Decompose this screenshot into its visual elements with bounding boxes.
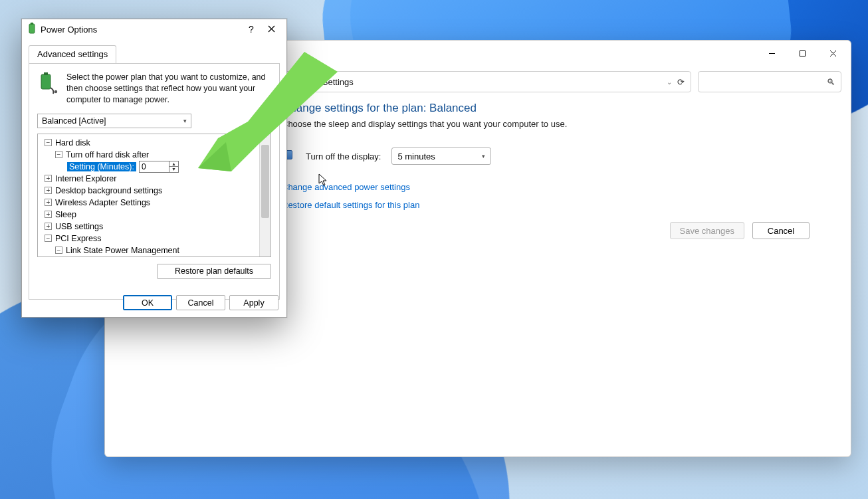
display-timeout-row: Turn off the display: 5 minutes ▾ [282,148,816,165]
tree-scrollbar[interactable] [259,134,271,256]
tree-node-usb-settings[interactable]: +USB settings [41,221,257,233]
tree-node-pci-express[interactable]: −PCI Express [41,233,257,245]
power-plug-icon [37,72,60,94]
battery-icon [27,23,37,37]
ok-button[interactable]: OK [123,295,172,310]
help-button[interactable]: ? [243,24,260,35]
restore-plan-defaults-button[interactable]: Restore plan defaults [157,264,271,279]
tab-panel: Select the power plan that you want to c… [29,63,280,300]
advanced-power-settings-link[interactable]: Change advanced power settings [282,182,816,192]
setting-label-selected: Setting (Minutes): [67,162,136,171]
dialog-title: Power Options [41,25,97,35]
tree-setting-minutes[interactable]: Setting (Minutes): ▲▼ [41,161,257,173]
spinner-down-icon[interactable]: ▼ [169,167,178,172]
svg-rect-1 [800,50,805,56]
expand-icon[interactable]: + [45,211,52,218]
tree-node-wireless-adapter[interactable]: +Wireless Adapter Settings [41,197,257,209]
maximize-button[interactable] [787,43,817,64]
tab-advanced-settings[interactable]: Advanced settings [29,45,116,64]
tab-strip: Advanced settings [22,39,286,63]
tree-node-turn-off-hard-disk[interactable]: −Turn off hard disk after [41,149,257,161]
spinner-up-icon[interactable]: ▲ [169,161,178,167]
expand-icon[interactable]: + [45,199,52,206]
svg-rect-8 [41,74,51,89]
power-options-dialog: Power Options ? Advanced settings Select… [21,19,287,318]
expand-icon[interactable]: + [45,175,52,182]
display-timeout-value: 5 minutes [397,151,435,161]
page-title: Change settings for the plan: Balanced [282,102,816,115]
power-plan-value: Balanced [Active] [42,116,106,126]
tree-node-link-state[interactable]: −Link State Power Management [41,245,257,256]
svg-rect-5 [31,23,33,25]
cancel-button[interactable]: Cancel [176,295,225,310]
close-button[interactable] [260,25,282,35]
page-subtitle: Choose the sleep and display settings th… [282,119,816,129]
tree-node-internet-explorer[interactable]: +Internet Explorer [41,173,257,185]
refresh-icon[interactable]: ⟳ [676,71,685,92]
svg-point-10 [54,90,57,93]
save-changes-button[interactable]: Save changes [670,222,744,239]
restore-default-settings-link[interactable]: Restore default settings for this plan [282,200,816,210]
collapse-icon[interactable]: − [55,151,62,158]
settings-tree: −Hard disk −Turn off hard disk after Set… [37,134,271,257]
search-input[interactable]: 🔍︎ [698,71,841,92]
minimize-button[interactable] [756,43,787,64]
svg-rect-4 [29,24,35,33]
minutes-spinner[interactable]: ▲▼ [139,161,179,173]
dialog-titlebar[interactable]: Power Options ? [22,19,286,39]
chevron-down-icon[interactable]: ⌄ [667,78,672,86]
collapse-icon[interactable]: − [45,139,52,146]
apply-button[interactable]: Apply [229,295,278,310]
power-plan-select[interactable]: Balanced [Active] ▾ [37,114,191,128]
collapse-icon[interactable]: − [45,235,52,242]
tree-node-hard-disk[interactable]: −Hard disk [41,137,257,149]
chevron-down-icon: ▾ [482,153,485,159]
chevron-down-icon: ▾ [183,118,187,124]
cancel-button[interactable]: Cancel [752,222,810,239]
expand-icon[interactable]: + [45,223,52,230]
dialog-description: Select the power plan that you want to c… [66,72,271,106]
svg-rect-9 [44,72,48,75]
close-button[interactable] [817,43,848,64]
minutes-input[interactable] [140,161,169,172]
display-timeout-select[interactable]: 5 minutes ▾ [391,148,491,165]
tree-node-sleep[interactable]: +Sleep [41,209,257,221]
breadcrumb-item[interactable]: Edit Plan Settings [285,77,354,87]
tree-node-desktop-background[interactable]: +Desktop background settings [41,185,257,197]
display-timeout-label: Turn off the display: [306,151,381,161]
collapse-icon[interactable]: − [55,247,62,254]
search-icon: 🔍︎ [827,77,835,87]
expand-icon[interactable]: + [45,187,52,194]
scrollbar-thumb[interactable] [261,145,269,218]
